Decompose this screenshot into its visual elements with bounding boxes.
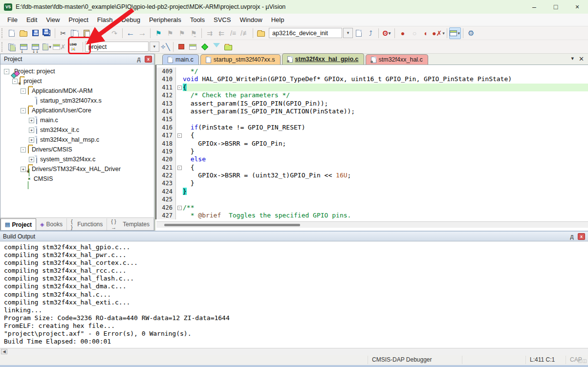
tab-list-chevron-icon[interactable]: ▾ (571, 55, 574, 63)
scroll-left-arrow-icon[interactable]: ◀ (1, 349, 7, 354)
tree-item[interactable]: +main.c (0, 115, 154, 125)
target-select-dropdown[interactable]: ▾ (150, 42, 159, 52)
menu-item-view[interactable]: View (42, 14, 64, 26)
select-software-packs-button[interactable] (211, 41, 222, 53)
stop-build-button[interactable]: ✗ (53, 41, 66, 53)
copy-button[interactable] (69, 27, 81, 39)
tree-item[interactable]: +stm32f4xx_it.c (0, 125, 154, 135)
code-line[interactable]: 420 else (156, 155, 588, 163)
code-line[interactable]: 416 if(PinState != GPIO_PIN_RESET) (156, 124, 588, 131)
tree-item[interactable]: -Application/User/Core (0, 106, 154, 115)
find-combo-dropdown[interactable]: ▾ (343, 28, 353, 38)
tree-item[interactable]: -Application/MDK-ARM (0, 86, 154, 96)
find-in-files-button[interactable] (353, 27, 365, 39)
toolbar-grip[interactable] (1, 42, 4, 52)
show-windows-button[interactable]: ▾ (449, 27, 461, 39)
fold-collapse-icon[interactable]: - (176, 84, 183, 91)
redo-button[interactable]: ↷ (109, 27, 120, 39)
build-button[interactable]: ↓ (18, 41, 29, 53)
configuration-wrench-button[interactable]: ⚙ (465, 27, 477, 39)
tree-item[interactable]: -Drivers/CMSIS (0, 145, 154, 154)
paste-button[interactable] (81, 27, 92, 39)
navigate-back-button[interactable]: ← (125, 27, 136, 39)
find-combo-input[interactable]: ap3216c_device_init (269, 28, 342, 38)
tree-expander-icon[interactable]: + (29, 118, 34, 123)
pin-icon[interactable]: д (569, 233, 575, 240)
tree-item[interactable]: -✳project (0, 76, 154, 86)
insert-breakpoint-button[interactable]: ● (397, 27, 409, 39)
comment-selection-button[interactable]: /≡ (227, 27, 239, 39)
tree-expander-icon[interactable]: - (21, 88, 26, 94)
next-bookmark-button[interactable]: ⚑ (176, 27, 188, 39)
menu-item-svcs[interactable]: SVCS (209, 14, 235, 26)
undo-button[interactable]: ↶ (97, 27, 109, 39)
tree-item[interactable]: +system_stm32f4xx.c (0, 154, 154, 164)
menu-item-window[interactable]: Window (235, 14, 266, 26)
tree-item[interactable]: -Project: project (0, 66, 154, 76)
fold-collapse-icon[interactable]: - (176, 131, 183, 139)
new-file-button[interactable] (6, 27, 18, 39)
code-editor[interactable]: 409 */410void HAL_GPIO_WritePin(GPIO_Typ… (155, 65, 588, 219)
editor-tab-startup_stm32f407xx.s[interactable]: startup_stm32f407xx.s (200, 54, 281, 65)
menu-item-project[interactable]: Project (64, 14, 92, 26)
tab-close-icon[interactable]: ✕ (579, 55, 584, 63)
tree-expander-icon[interactable]: - (21, 147, 26, 152)
indent-right-button[interactable]: ⇉ (204, 27, 216, 39)
indent-left-button[interactable]: ⇇ (216, 27, 227, 39)
manage-rte-button[interactable] (199, 41, 211, 53)
save-all-button[interactable] (41, 27, 53, 39)
code-line[interactable]: 413 assert_param(IS_GPIO_PIN(GPIO_Pin)); (156, 100, 588, 108)
cut-button[interactable]: ✂ (57, 27, 69, 39)
build-output-close-icon[interactable]: x (578, 233, 585, 240)
editor-tab-main.c[interactable]: main.c (162, 54, 199, 65)
code-line[interactable]: 409 */ (156, 67, 588, 75)
download-load-button[interactable]: LOAD ↓↓ ✦ (66, 41, 81, 53)
pin-icon[interactable]: д (136, 56, 142, 63)
disable-breakpoint-button[interactable]: ○ (409, 27, 420, 39)
code-line[interactable]: 419 } (156, 148, 588, 155)
code-line[interactable]: 417- { (156, 131, 588, 139)
target-select[interactable]: project (85, 42, 149, 52)
menu-item-file[interactable]: File (3, 14, 22, 26)
code-line[interactable]: 425 (156, 195, 588, 203)
incremental-find-button[interactable]: ⤴ (365, 27, 376, 39)
code-line[interactable]: 414 assert_param(IS_GPIO_PIN_ACTION(PinS… (156, 108, 588, 115)
code-line[interactable]: 422 GPIOx->BSRR = (uint32_t)GPIO_Pin << … (156, 172, 588, 179)
rebuild-button[interactable]: ↓↓ (29, 41, 41, 53)
code-line[interactable]: 421- { (156, 164, 588, 172)
fold-collapse-icon[interactable]: - (176, 164, 183, 172)
open-file-button[interactable] (18, 27, 29, 39)
tree-item[interactable]: +✳Drivers/STM32F4xx_HAL_Driver (0, 164, 154, 174)
code-line[interactable]: 423 } (156, 179, 588, 187)
pack-installer-button[interactable] (222, 41, 234, 53)
translate-button[interactable] (6, 41, 18, 53)
code-line[interactable]: 418 GPIOx->BSRR = GPIO_Pin; (156, 140, 588, 148)
build-output-hscrollbar[interactable]: ◀ (0, 348, 588, 355)
tree-item[interactable]: +stm32f4xx_hal_msp.c (0, 135, 154, 145)
panel-tab-project[interactable]: ▤Project (0, 218, 36, 230)
tree-expander-icon[interactable]: + (29, 157, 34, 162)
tree-expander-icon[interactable]: - (12, 79, 18, 84)
code-line[interactable]: 411-{ (156, 84, 588, 91)
minimize-button[interactable]: – (523, 0, 545, 14)
menu-item-flash[interactable]: Flash (93, 14, 117, 26)
code-line[interactable]: 412 /* Check the parameters */ (156, 91, 588, 99)
tree-expander-icon[interactable]: - (21, 108, 26, 113)
clear-bookmarks-button[interactable]: ⚑̯ (188, 27, 199, 39)
panel-tab-templates[interactable]: { }→Templates (107, 218, 154, 230)
panel-tab-functions[interactable]: { }Functions (67, 218, 107, 230)
close-button[interactable]: × (566, 0, 588, 14)
save-button[interactable] (29, 27, 41, 39)
menu-item-debug[interactable]: Debug (117, 14, 145, 26)
navigate-forward-button[interactable]: → (136, 27, 148, 39)
tree-expander-icon[interactable]: - (4, 69, 9, 74)
manage-components-button[interactable] (175, 41, 187, 53)
uncomment-selection-button[interactable]: /≢ (239, 27, 251, 39)
maximize-button[interactable]: □ (545, 0, 566, 14)
menu-item-tools[interactable]: Tools (186, 14, 209, 26)
disable-all-breakpoints-button[interactable]: ◐ (420, 27, 432, 39)
panel-tab-books[interactable]: ◈Books (36, 218, 67, 230)
tree-expander-icon[interactable]: + (21, 167, 26, 172)
build-output-log[interactable]: compiling stm32f4xx_hal_gpio.c...compili… (0, 241, 588, 348)
fold-collapse-icon[interactable]: - (176, 204, 183, 212)
